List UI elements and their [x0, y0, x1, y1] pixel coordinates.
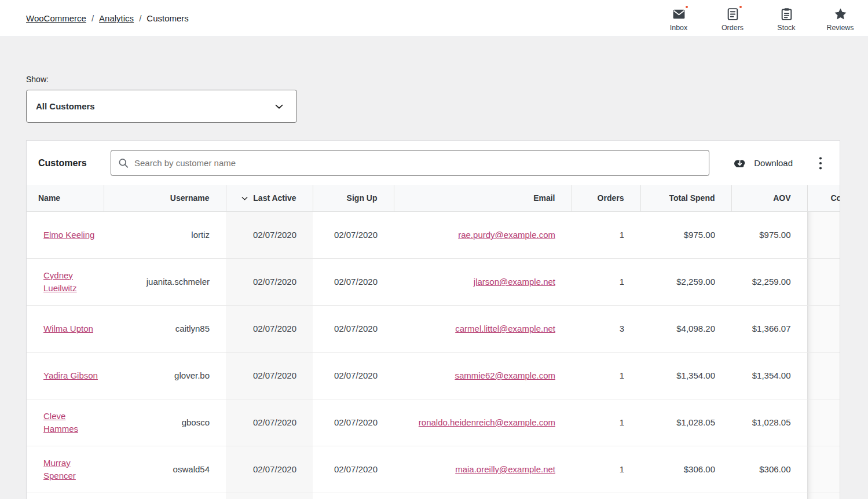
- customer-name-link[interactable]: Elmo Keeling: [43, 230, 94, 240]
- search-input[interactable]: [111, 150, 709, 176]
- username-cell: glover.bo: [104, 352, 226, 399]
- breadcrumb-separator: /: [139, 13, 141, 23]
- last-active-cell: 02/07/2020: [226, 211, 313, 258]
- column-header-name[interactable]: Name: [27, 185, 104, 211]
- column-header-username[interactable]: Username: [104, 185, 226, 211]
- total-spend-cell: $4,098.20: [640, 305, 731, 352]
- customer-email-link[interactable]: jlarson@example.net: [474, 277, 555, 287]
- email-cell: [394, 493, 572, 499]
- reviews-button[interactable]: Reviews: [820, 3, 860, 34]
- sort-descending-icon: [240, 193, 249, 203]
- table-row: Cleve Hammesgbosco02/07/202002/07/2020ro…: [27, 399, 840, 446]
- email-cell: ronaldo.heidenreich@example.com: [394, 399, 572, 446]
- name-cell: Elmo Keeling: [27, 211, 104, 258]
- country-cell: [807, 258, 840, 305]
- column-header-last-active[interactable]: Last Active: [226, 185, 313, 211]
- column-header-country[interactable]: Country: [807, 185, 840, 211]
- column-header-total-spend[interactable]: Total Spend: [640, 185, 731, 211]
- customers-filter-dropdown[interactable]: All Customers: [26, 90, 297, 123]
- table-options-menu-button[interactable]: [817, 153, 824, 173]
- orders-cell: 3: [572, 305, 640, 352]
- breadcrumb: WooCommerce / Analytics / Customers: [26, 13, 189, 23]
- sign-up-cell: 02/07/2020: [313, 399, 394, 446]
- table-row: Yadira Gibsonglover.bo02/07/202002/07/20…: [27, 352, 840, 399]
- last-active-cell: 02/07/2020: [226, 305, 313, 352]
- column-header-sign-up[interactable]: Sign Up: [313, 185, 394, 211]
- name-cell: Yadira Gibson: [27, 352, 104, 399]
- aov-cell: $975.00: [731, 211, 807, 258]
- last-active-cell: [226, 493, 313, 499]
- table-row: [27, 493, 840, 499]
- orders-cell: 1: [572, 258, 640, 305]
- email-cell: sammie62@example.com: [394, 352, 572, 399]
- customer-email-link[interactable]: sammie62@example.com: [455, 370, 555, 380]
- cloud-download-icon: [732, 157, 748, 170]
- card-title: Customers: [38, 158, 111, 168]
- country-cell: [807, 211, 840, 258]
- filter-selected-value: All Customers: [36, 101, 95, 111]
- country-cell: [807, 305, 840, 352]
- last-active-cell: 02/07/2020: [226, 352, 313, 399]
- customer-email-link[interactable]: ronaldo.heidenreich@example.com: [419, 417, 555, 427]
- customer-name-link[interactable]: Cydney Lueilwitz: [43, 270, 77, 293]
- breadcrumb-woocommerce-link[interactable]: WooCommerce: [26, 13, 86, 23]
- customers-table: NameUsernameLast ActiveSign UpEmailOrder…: [27, 185, 840, 499]
- activity-panel: Inbox Orders Stock: [658, 3, 860, 34]
- column-header-aov[interactable]: AOV: [731, 185, 807, 211]
- download-button[interactable]: Download: [728, 156, 796, 170]
- country-cell: [807, 446, 840, 493]
- username-cell: caitlyn85: [104, 305, 226, 352]
- country-cell: [807, 352, 840, 399]
- download-label: Download: [754, 158, 793, 168]
- breadcrumb-separator: /: [91, 13, 94, 23]
- customer-name-link[interactable]: Yadira Gibson: [43, 370, 98, 380]
- orders-icon: [726, 6, 740, 22]
- username-cell: oswald54: [104, 446, 226, 493]
- customer-email-link[interactable]: carmel.littel@example.net: [455, 324, 555, 333]
- stock-button[interactable]: Stock: [766, 3, 807, 34]
- customer-search: [111, 150, 709, 176]
- customer-email-link[interactable]: rae.purdy@example.com: [458, 230, 555, 240]
- orders-cell: 1: [572, 446, 640, 493]
- aov-cell: [731, 493, 807, 499]
- inbox-label: Inbox: [670, 24, 688, 32]
- username-cell: gbosco: [104, 399, 226, 446]
- name-cell: Murray Spencer: [27, 446, 104, 493]
- last-active-cell: 02/07/2020: [226, 446, 313, 493]
- aov-cell: $1,354.00: [731, 352, 807, 399]
- customer-email-link[interactable]: maia.oreilly@example.net: [455, 464, 555, 474]
- ellipsis-vertical-icon: [818, 164, 823, 173]
- sign-up-cell: 02/07/2020: [313, 305, 394, 352]
- orders-label: Orders: [721, 24, 744, 32]
- inbox-icon: [672, 6, 686, 22]
- table-row: Cydney Lueilwitzjuanita.schmeler02/07/20…: [27, 258, 840, 305]
- customer-name-link[interactable]: Wilma Upton: [43, 324, 93, 333]
- table-row: Wilma Uptoncaitlyn8502/07/202002/07/2020…: [27, 305, 840, 352]
- column-header-orders[interactable]: Orders: [572, 185, 640, 211]
- table-card-header: Customers: [27, 141, 840, 185]
- customer-name-link[interactable]: Murray Spencer: [43, 458, 76, 480]
- username-cell: juanita.schmeler: [104, 258, 226, 305]
- total-spend-cell: $1,028.05: [640, 399, 731, 446]
- total-spend-cell: $2,259.00: [640, 258, 731, 305]
- column-header-email[interactable]: Email: [394, 185, 572, 211]
- username-cell: [104, 493, 226, 499]
- customer-name-link[interactable]: Cleve Hammes: [43, 411, 78, 434]
- name-cell: [27, 493, 104, 499]
- breadcrumb-analytics-link[interactable]: Analytics: [99, 13, 134, 23]
- inbox-button[interactable]: Inbox: [658, 3, 699, 34]
- sign-up-cell: 02/07/2020: [313, 211, 394, 258]
- aov-cell: $1,366.07: [731, 305, 807, 352]
- reviews-icon: [833, 6, 848, 22]
- total-spend-cell: $975.00: [640, 211, 731, 258]
- table-row: Murray Spenceroswald5402/07/202002/07/20…: [27, 446, 840, 493]
- sign-up-cell: 02/07/2020: [313, 258, 394, 305]
- breadcrumb-current-page: Customers: [147, 13, 189, 23]
- search-icon: [118, 157, 130, 169]
- orders-button[interactable]: Orders: [712, 3, 753, 34]
- sign-up-cell: 02/07/2020: [313, 352, 394, 399]
- reviews-label: Reviews: [826, 24, 854, 32]
- email-cell: maia.oreilly@example.net: [394, 446, 572, 493]
- table-row: Elmo Keelinglortiz02/07/202002/07/2020ra…: [27, 211, 840, 258]
- aov-cell: $2,259.00: [731, 258, 807, 305]
